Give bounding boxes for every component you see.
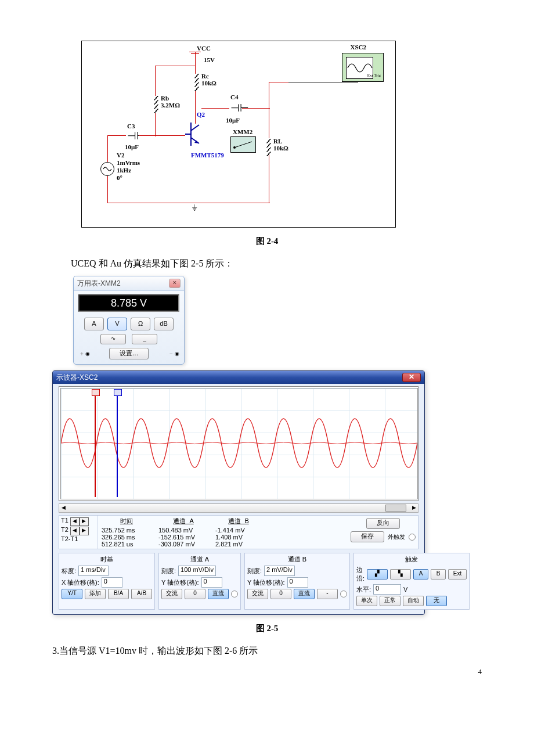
scroll-left-icon[interactable]: ◀: [59, 504, 67, 511]
trig-single-button[interactable]: 单次: [356, 596, 377, 606]
svg-point-6: [233, 146, 236, 149]
mm-button-db[interactable]: dB: [154, 318, 174, 330]
q2-name: Q2: [197, 111, 205, 118]
v2-name: V2: [117, 152, 124, 159]
vcc-value: 15V: [204, 56, 215, 63]
rc-value: 10kΩ: [201, 80, 217, 87]
mm-button-dc[interactable]: ⎯: [132, 334, 157, 344]
mm-button-v[interactable]: V: [107, 318, 127, 330]
dt-chb: 2.821 mV: [215, 541, 262, 548]
chb-radio[interactable]: [340, 591, 347, 597]
t2-stepper[interactable]: ◀▶: [70, 527, 89, 535]
body-text-2: 3.当信号源 V1=10mv 时，输出波形如下图 2-6 所示: [52, 642, 482, 660]
t1-chb: -1.414 mV: [215, 527, 262, 534]
channel-a-panel: 通道 A 刻度: 100 mV/Div Y 轴位移(格): 0 交流 0 直流: [158, 553, 241, 610]
mm-port-plus: +: [78, 351, 85, 357]
figure-caption-2-5: 图 2-5: [52, 623, 482, 634]
reverse-button[interactable]: 反向: [366, 518, 400, 529]
timebase-panel: 时基 标度: 1 ms/Div X 轴位移(格): 0 Y/T 添加 B/A A…: [59, 553, 155, 610]
yt-button[interactable]: Y/T: [62, 589, 82, 599]
edge-rise-button[interactable]: ▞: [367, 569, 388, 579]
ext-trig-radio[interactable]: [409, 534, 416, 541]
trig-none-button[interactable]: 无: [426, 596, 447, 606]
close-icon[interactable]: ✕: [169, 279, 181, 288]
t1-cha: 150.483 mV: [158, 527, 208, 534]
multimeter-window: 万用表-XMM2 ✕ 8.785 V A V Ω dB ∿ ⎯ + ◉ 设置… …: [73, 276, 185, 365]
scope-ext-trig-label: Ext Trig: [367, 73, 381, 78]
svg-line-5: [234, 142, 252, 147]
trig-normal-button[interactable]: 正常: [380, 596, 400, 606]
cha-dc-button[interactable]: 直流: [208, 589, 229, 599]
chb-dc-button[interactable]: 直流: [294, 589, 315, 599]
oscilloscope-screen[interactable]: [60, 388, 418, 499]
page-number: 4: [478, 667, 482, 676]
chb-ypos-input[interactable]: 0: [287, 577, 308, 588]
scroll-right-icon[interactable]: ▶: [410, 504, 418, 511]
timebase-scale-input[interactable]: 1 ms/Div: [78, 566, 109, 576]
multimeter-title: 万用表-XMM2: [77, 279, 121, 289]
ba-button[interactable]: B/A: [108, 589, 129, 599]
t1-stepper[interactable]: ◀▶: [70, 517, 89, 526]
add-button[interactable]: 添加: [85, 589, 106, 599]
mm-button-ac[interactable]: ∿: [100, 334, 126, 344]
rl-name: RL: [273, 138, 282, 145]
readout-cha-hdr: 通道_A: [158, 517, 208, 525]
scope-xsc2: Ext Trig: [342, 53, 384, 82]
oscilloscope-screen-wrap: [59, 386, 418, 501]
readout-time-hdr: 时间: [102, 517, 151, 525]
cha-ypos-input[interactable]: 0: [201, 577, 222, 588]
oscilloscope-readout: T1 ◀▶ T2 ◀▶ T2-T1 时间 325.752 ms 326.265 …: [59, 515, 418, 549]
body-text-1: UCEQ 和 Au 仿真结果如下图 2-5 所示：: [52, 255, 482, 272]
multimeter-display: 8.785 V: [78, 294, 179, 312]
timebase-xpos-input[interactable]: 0: [102, 577, 122, 588]
cha-radio[interactable]: [231, 591, 238, 597]
rb-value: 3.2MΩ: [161, 102, 180, 109]
close-icon[interactable]: ✕: [402, 373, 421, 382]
c4-name: C4: [230, 93, 238, 100]
cursor-t1[interactable]: [95, 390, 96, 497]
t2-cha: -152.615 mV: [158, 534, 208, 541]
oscilloscope-titlebar[interactable]: 示波器-XSC2 ✕: [53, 371, 424, 384]
mm-settings-button[interactable]: 设置…: [109, 348, 149, 359]
trig-b-button[interactable]: B: [431, 569, 446, 579]
v2-amp: 1mVrms: [117, 159, 140, 166]
ext-trig-label: 外触发: [388, 533, 405, 541]
scope-name: XSC2: [350, 44, 366, 51]
t1-time: 325.752 ms: [102, 527, 151, 534]
chb-zero-button[interactable]: 0: [270, 589, 291, 599]
mm-button-ohm[interactable]: Ω: [131, 318, 150, 330]
v2-freq: 1kHz: [117, 167, 131, 174]
v2-phase: 0°: [117, 174, 122, 181]
trigger-panel: 触发 边沿: ▞ ▚ A B Ext 水平: 0 V 单次 正常 自动: [353, 553, 470, 610]
c3-name: C3: [127, 123, 135, 129]
rc-name: Rc: [201, 73, 209, 80]
chb-minus-button[interactable]: -: [317, 589, 338, 599]
trig-a-button[interactable]: A: [413, 569, 428, 579]
trig-level-input[interactable]: 0: [373, 584, 401, 595]
cha-scale-input[interactable]: 100 mV/Div: [178, 566, 216, 576]
cha-ac-button[interactable]: 交流: [161, 589, 182, 599]
edge-fall-button[interactable]: ▚: [390, 569, 411, 579]
ab-button[interactable]: A/B: [131, 589, 152, 599]
vcc-label: VCC: [197, 45, 211, 52]
xmm-name: XMM2: [233, 128, 252, 135]
scroll-thumb[interactable]: [385, 505, 406, 512]
rb-name: Rb: [161, 95, 169, 102]
oscilloscope-scrollbar[interactable]: ◀ ▶: [59, 503, 418, 513]
dt-cha: -303.097 mV: [158, 541, 208, 548]
trig-auto-button[interactable]: 自动: [403, 596, 424, 606]
dt-time: 512.821 us: [102, 541, 151, 548]
trig-ext-button[interactable]: Ext: [448, 569, 467, 579]
t2-time: 326.265 ms: [102, 534, 151, 541]
mm-button-a[interactable]: A: [84, 318, 104, 330]
cursor-t2[interactable]: [117, 390, 118, 497]
chb-ac-button[interactable]: 交流: [247, 589, 268, 599]
multimeter-titlebar[interactable]: 万用表-XMM2 ✕: [74, 276, 184, 291]
t2-chb: 1.408 mV: [215, 534, 262, 541]
figure-caption-2-4: 图 2-4: [52, 236, 482, 247]
save-button[interactable]: 保存: [351, 531, 384, 542]
channel-b-panel: 通道 B 刻度: 2 mV/Div Y 轴位移(格): 0 交流 0 直流 -: [244, 553, 350, 610]
chb-scale-input[interactable]: 2 mV/Div: [264, 566, 295, 576]
q2-model: FMMT5179: [191, 152, 224, 159]
cha-zero-button[interactable]: 0: [185, 589, 205, 599]
